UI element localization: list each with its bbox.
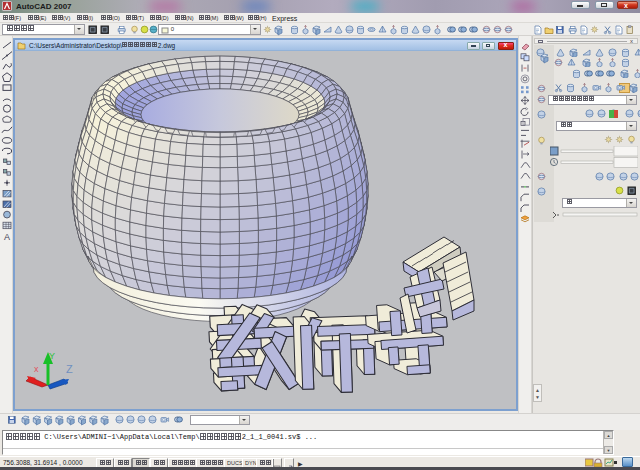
svg-text:x: x (34, 364, 39, 374)
svg-text:A: A (4, 232, 10, 242)
svg-text:Z: Z (66, 363, 73, 375)
svg-text:Y: Y (49, 351, 55, 361)
